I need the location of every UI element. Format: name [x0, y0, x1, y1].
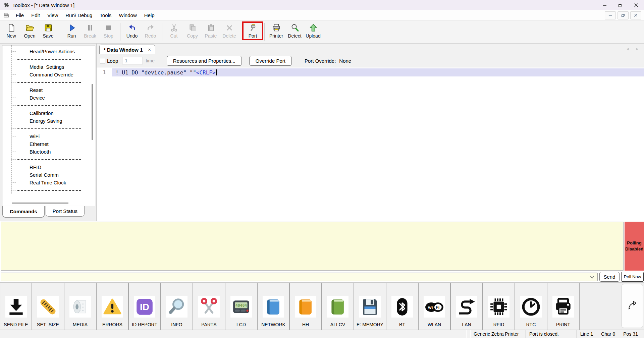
quickbar-button[interactable]: LAN	[451, 283, 483, 330]
quickbar-button[interactable]: MEDIA	[64, 283, 97, 330]
menu-item[interactable]: Run\ Debug	[62, 11, 96, 20]
tree-item[interactable]: Ethernet	[2, 140, 95, 148]
statusbar-printer: Generic Zebra Printer	[470, 330, 526, 338]
toolbar-button[interactable]: Undo	[123, 22, 141, 39]
lcd-pager-icon: 40404	[230, 296, 252, 318]
toolbar-button[interactable]: Paste	[202, 22, 220, 39]
loop-checkbox[interactable]	[100, 58, 105, 63]
mdi-minimize-button[interactable]	[605, 11, 616, 19]
quickbar-button[interactable]: PRINT	[547, 283, 580, 330]
toolbar-button[interactable]: Save	[39, 22, 57, 39]
tab-scroll-left-icon[interactable]: ◄	[626, 47, 630, 51]
chevron-down-icon[interactable]	[590, 274, 594, 280]
toolbar-button[interactable]: Detect	[285, 22, 304, 39]
quickbar-button[interactable]: SEND FILE	[0, 283, 32, 330]
resources-properties-button[interactable]: Resources and Properties...	[167, 56, 242, 66]
tree-item[interactable]: Real Time Clock	[2, 179, 95, 186]
floppy-disk-icon	[359, 296, 381, 318]
toolbar-button[interactable]: Copy	[183, 22, 202, 39]
tree-item[interactable]	[2, 125, 95, 132]
quickbar-button[interactable]: HH	[290, 283, 322, 330]
toolbar-button[interactable]: Cut	[165, 22, 183, 39]
quickbar-button[interactable]: wiFi WLAN	[419, 283, 451, 330]
toolbar-button[interactable]: Redo	[141, 22, 160, 39]
toolbar-separator	[60, 23, 60, 41]
quickbar-button[interactable]: NETWORK	[258, 283, 290, 330]
poll-now-button[interactable]: Poll Now	[621, 272, 644, 282]
tab-close-icon[interactable]: ×	[148, 47, 151, 52]
toolbar-button[interactable]: Open	[20, 22, 39, 39]
override-port-button[interactable]: Override Port	[249, 56, 292, 66]
tree-item[interactable]: Head/Power Actions	[2, 48, 95, 55]
tree-item[interactable]: Command Override	[2, 71, 95, 78]
tree-horizontal-scrollbar[interactable]	[4, 202, 92, 204]
mdi-close-button[interactable]	[630, 11, 641, 19]
quickbar-button[interactable]: E: MEMORY	[354, 283, 386, 330]
tree-vertical-scrollbar[interactable]	[92, 84, 93, 140]
quickbar-button[interactable]: ALLCV	[322, 283, 354, 330]
toolbar-button[interactable]: New	[2, 22, 20, 39]
tree-item[interactable]: Device	[2, 94, 95, 102]
tree-item[interactable]: RFID	[2, 163, 95, 171]
tree-branch-icon	[11, 167, 16, 167]
main-toolbar: New Open Save Run	[0, 21, 644, 44]
tab-scroll-right-icon[interactable]: ►	[635, 47, 639, 51]
send-button[interactable]: Send	[599, 272, 620, 282]
menu-item[interactable]: Edit	[28, 11, 44, 20]
menu-item[interactable]: File	[12, 11, 28, 20]
minimize-button[interactable]	[597, 0, 612, 10]
open-folder-icon	[25, 23, 34, 32]
polling-status-line2: Disabled	[625, 246, 643, 252]
tree-item[interactable]	[2, 102, 95, 109]
quickbar-button[interactable]: INFO	[161, 283, 193, 330]
quickbar-button[interactable]: SET SIZE	[32, 283, 64, 330]
toolbar-button[interactable]: Upload	[304, 22, 322, 39]
send-input[interactable]	[1, 273, 598, 281]
restore-button[interactable]	[612, 0, 628, 10]
code-line[interactable]: ! U1 DO "device.pause" ""<CRLF>	[112, 68, 644, 76]
quickbar-button[interactable]: ERRORS	[97, 283, 129, 330]
tree-branch-icon	[11, 152, 16, 152]
toolbar-button[interactable]: Stop	[99, 22, 118, 39]
tree-item[interactable]: Serial Comm	[2, 171, 95, 179]
menu-item[interactable]: View	[44, 11, 62, 20]
tree-item[interactable]: Bluetooth	[2, 148, 95, 156]
loop-count-input[interactable]: 1	[122, 57, 143, 64]
menu-item[interactable]: Window	[115, 11, 140, 20]
book-green-icon	[327, 296, 348, 318]
tree-item[interactable]	[2, 186, 95, 194]
side-panel-button[interactable]	[622, 284, 643, 328]
svg-text:Fi: Fi	[436, 305, 440, 310]
tree-item[interactable]	[2, 78, 95, 86]
editor-line[interactable]: 1 ! U1 DO "device.pause" ""<CRLF>	[97, 68, 644, 76]
tree-item[interactable]: WiFi	[2, 132, 95, 140]
sidebar-tab[interactable]: Port Status	[46, 206, 85, 217]
document-tab[interactable]: * Data Window 1 ×	[99, 45, 155, 54]
toolbar-button[interactable]: Port	[244, 22, 262, 39]
tree-item[interactable]: Media Settings	[2, 63, 95, 71]
quickbar-button[interactable]: RFID	[483, 283, 515, 330]
menu-item[interactable]: Tools	[96, 11, 115, 20]
tree-item[interactable]	[2, 55, 95, 63]
quickbar-button[interactable]: 40404 LCD	[225, 283, 258, 330]
close-button[interactable]	[628, 0, 644, 10]
sidebar-tab[interactable]: Commands	[2, 206, 45, 218]
printer-solid-icon	[552, 296, 574, 318]
toolbar-button[interactable]: Delete	[220, 22, 238, 39]
tree-item[interactable]: Reset	[2, 86, 95, 94]
quickbar-button[interactable]: RTC	[515, 283, 547, 330]
quickbar-button[interactable]: BT	[386, 283, 419, 330]
code-editor[interactable]: 1 ! U1 DO "device.pause" ""<CRLF>	[97, 67, 644, 221]
tree-item[interactable]: Energy Saving	[2, 117, 95, 125]
tree-item[interactable]: Calibration	[2, 109, 95, 117]
mdi-restore-button[interactable]	[618, 11, 629, 19]
quickbar-button[interactable]: ID ID REPORT	[129, 283, 161, 330]
tree-item[interactable]	[2, 156, 95, 163]
toolbar-button[interactable]: Run	[62, 22, 81, 39]
menu-item[interactable]: Help	[141, 11, 158, 20]
toolbar-button[interactable]: Break	[81, 22, 99, 39]
scrollbar-thumb[interactable]	[12, 203, 68, 204]
toolbar-button[interactable]: Printer	[267, 22, 285, 39]
output-panel[interactable]	[1, 222, 624, 271]
quickbar-button[interactable]: PARTS	[193, 283, 225, 330]
